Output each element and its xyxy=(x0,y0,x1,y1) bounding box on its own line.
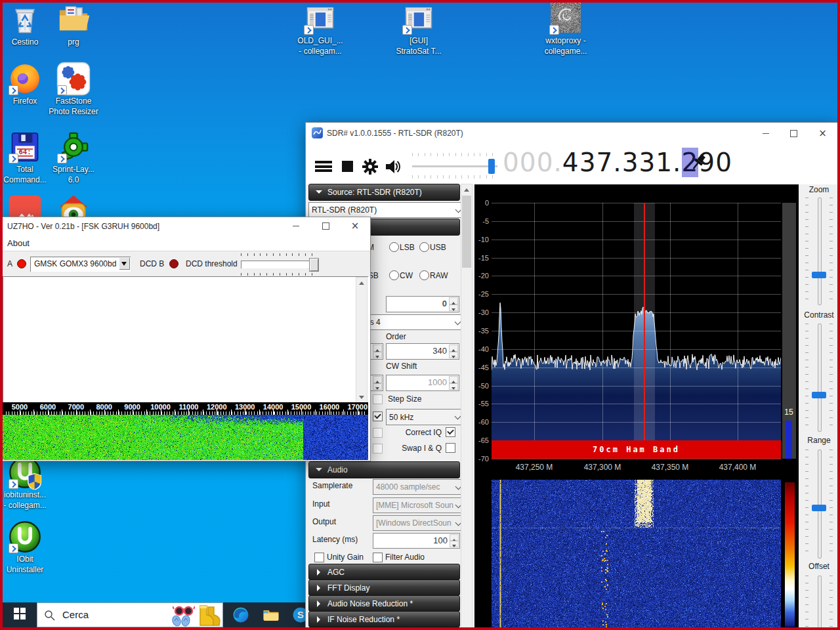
section-header-fft-display[interactable]: FFT Display xyxy=(308,579,460,596)
sdr-maximize-button[interactable] xyxy=(780,123,807,144)
icon-label: Sprint-Lay... xyxy=(37,164,110,175)
source-select[interactable]: RTL-SDR (R820T) xyxy=(308,202,465,218)
mode-select[interactable]: GMSK GOMX3 9600bd xyxy=(30,257,131,272)
settings-button[interactable] xyxy=(362,159,378,175)
desktop-icon-sprint[interactable]: Sprint-Lay...6.0 xyxy=(49,130,98,185)
order-spinner[interactable]: 340 xyxy=(386,343,459,360)
uz-minimize-button[interactable] xyxy=(283,217,309,235)
contrast-slider[interactable] xyxy=(818,324,822,432)
dcd-b-led xyxy=(169,259,178,268)
contrast-label: Contrast xyxy=(800,310,838,320)
chevron-down-icon xyxy=(455,319,461,326)
radio-mode-raw[interactable] xyxy=(419,270,429,280)
left-stub-checkbox2[interactable] xyxy=(373,444,383,453)
section-header-agc[interactable]: AGC xyxy=(308,564,460,580)
section-header-audio-noise-reduction-[interactable]: Audio Noise Reduction * xyxy=(308,595,460,612)
menu-about[interactable]: About xyxy=(7,238,30,248)
snap-checkbox[interactable] xyxy=(373,394,383,404)
uz-frequency-ruler: 5000600070008000900010000110001200013000… xyxy=(3,402,368,415)
search-input[interactable]: Cerca xyxy=(62,609,89,620)
dcd-threshold-thumb[interactable] xyxy=(309,258,319,272)
dcd-threshold-slider[interactable] xyxy=(241,261,318,268)
partial-section-header[interactable] xyxy=(308,627,460,630)
sprint-icon xyxy=(56,130,91,164)
zoom-slider-thumb[interactable] xyxy=(812,272,826,278)
menu-button[interactable] xyxy=(315,161,332,172)
uz-scrollbar[interactable] xyxy=(356,277,368,403)
taskbar-edge-button[interactable] xyxy=(230,605,252,625)
uz-waterfall-display[interactable] xyxy=(3,415,368,460)
desktop-icon-oldgui[interactable]: OLD_GUI_...- collegam... xyxy=(295,1,345,56)
audio-output-select[interactable]: [Windows DirectSoun xyxy=(373,515,465,531)
taskbar-explorer-button[interactable] xyxy=(260,605,282,625)
offset-label: Offset xyxy=(800,562,838,571)
sdr-minimize-button[interactable] xyxy=(752,123,779,144)
volume-slider-thumb[interactable] xyxy=(488,159,495,174)
audio-header-label: Audio xyxy=(327,465,348,474)
latency-value: 100 xyxy=(433,536,448,545)
contrast-slider-thumb[interactable] xyxy=(812,392,826,398)
wxtoproxy-icon xyxy=(549,1,583,35)
desktop: CestinoprgFirefoxFastStonePhoto Resizer6… xyxy=(0,0,840,630)
snap-grid-checkbox[interactable] xyxy=(373,411,383,421)
unity-gain-checkbox[interactable] xyxy=(314,553,324,562)
scrollbar-thumb[interactable] xyxy=(462,196,471,268)
radio-mode-lsb[interactable] xyxy=(389,242,399,252)
spectrum-panel: 70cm Ham Band 15 0-5-10-15-20-25-30-35-4… xyxy=(474,184,799,478)
volume-slider[interactable] xyxy=(412,165,497,167)
volume-button[interactable] xyxy=(385,159,402,175)
audio-section-header[interactable]: Audio xyxy=(308,461,460,478)
range-slider[interactable] xyxy=(818,450,822,558)
desktop-icon-iobitcollegam[interactable]: iobituninst...- collegam... xyxy=(0,455,50,511)
desktop-icon-prg[interactable]: prg xyxy=(49,3,98,47)
desktop-icon-faststone[interactable]: FastStonePhoto Resizer xyxy=(49,62,98,117)
radio-mode-cw[interactable] xyxy=(389,270,399,280)
slider-ticks xyxy=(805,324,808,430)
zoom-slider[interactable] xyxy=(818,198,822,305)
source-header-label: Source: RTL-SDR (R820T) xyxy=(327,188,422,197)
audio-output-value: [Windows DirectSoun xyxy=(376,518,452,528)
source-section-header[interactable]: Source: RTL-SDR (R820T) xyxy=(308,184,460,201)
desktop-icon-wxtoproxy[interactable]: wxtoproxy -collegame... xyxy=(541,1,591,56)
shortcut-arrow-icon xyxy=(9,154,18,163)
mode-select-arrow[interactable] xyxy=(119,257,130,270)
panel-scrollbar[interactable] xyxy=(461,184,472,630)
sdr-titlebar[interactable]: SDR# v1.0.0.1555 - RTL-SDR (R820T) × xyxy=(306,123,838,144)
display-controls-strip: ZoomContrastRangeOffset xyxy=(800,184,838,630)
offset-slider[interactable] xyxy=(818,576,822,630)
audio-input-select[interactable]: [MME] Microsoft Soun xyxy=(373,497,465,513)
icon-label: - collegam... xyxy=(0,500,61,511)
ruler-major-tick xyxy=(231,410,232,415)
search-box[interactable]: Cerca xyxy=(37,602,223,627)
scroll-up-icon[interactable] xyxy=(461,184,472,195)
step-size-select[interactable]: 50 kHz xyxy=(386,409,465,425)
filter-audio-checkbox[interactable] xyxy=(373,553,383,562)
desktop-icon-iobituninstaller[interactable]: IObitUninstaller xyxy=(0,520,50,575)
pin-icon[interactable] xyxy=(690,154,707,175)
radio-mode-usb[interactable] xyxy=(419,242,429,252)
sdr-close-button[interactable]: × xyxy=(808,123,837,144)
left-stub-checkbox1[interactable] xyxy=(373,428,383,438)
stop-button[interactable] xyxy=(342,161,353,172)
start-button[interactable] xyxy=(3,602,37,627)
scroll-up-icon[interactable] xyxy=(356,278,367,288)
order-value: 340 xyxy=(432,346,447,356)
waterfall-display[interactable] xyxy=(492,480,781,628)
desktop-icon-stratosat[interactable]: [GUI]StratoSat T... xyxy=(394,1,444,56)
range-slider-thumb[interactable] xyxy=(812,505,826,511)
samplerate-select[interactable]: 48000 sample/sec xyxy=(373,479,465,495)
stratosat-icon xyxy=(402,1,436,35)
section-header-if-noise-reduction-[interactable]: IF Noise Reduction * xyxy=(308,611,460,627)
correct-iq-checkbox[interactable] xyxy=(446,427,455,437)
scroll-down-icon[interactable] xyxy=(356,392,367,402)
cw-shift-spinner[interactable]: 1000 xyxy=(386,375,459,391)
uz-maximize-button[interactable] xyxy=(312,217,339,235)
correct-iq-label: Correct IQ xyxy=(386,428,442,437)
latency-spinner[interactable]: 100 xyxy=(373,533,460,549)
swap-iq-checkbox[interactable] xyxy=(446,443,455,453)
uz-titlebar[interactable]: UZ7HO - Ver 0.21b - [FSK G3RUH 9600bd] × xyxy=(1,217,370,235)
uz-close-button[interactable]: × xyxy=(342,217,368,235)
dcd-threshold-label: DCD threshold xyxy=(186,259,238,268)
file-explorer-icon xyxy=(262,606,280,624)
shift-spinner[interactable]: 0 xyxy=(386,296,459,312)
